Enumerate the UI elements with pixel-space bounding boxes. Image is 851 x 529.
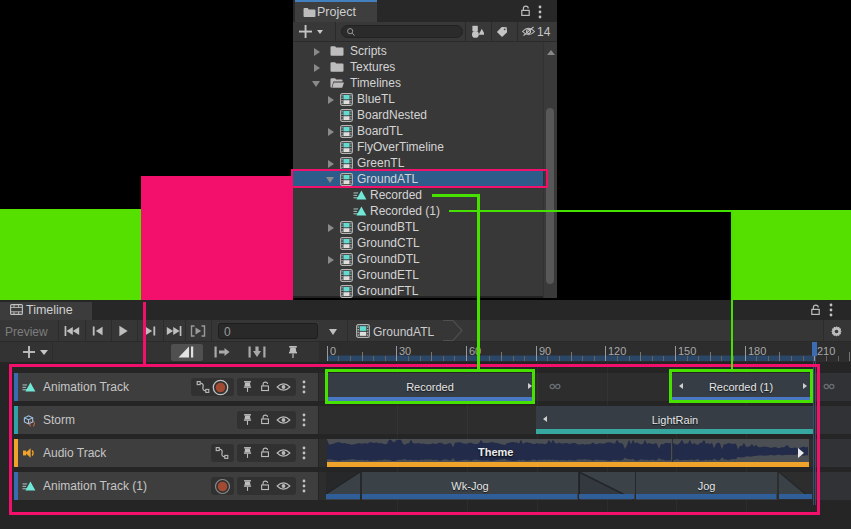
svg-text:150: 150 xyxy=(678,345,696,357)
svg-text:180: 180 xyxy=(748,345,766,357)
svg-text:30: 30 xyxy=(399,345,411,357)
svg-text:210: 210 xyxy=(817,345,835,357)
svg-text:0: 0 xyxy=(330,345,336,357)
svg-text:90: 90 xyxy=(539,345,551,357)
svg-text:120: 120 xyxy=(608,345,626,357)
